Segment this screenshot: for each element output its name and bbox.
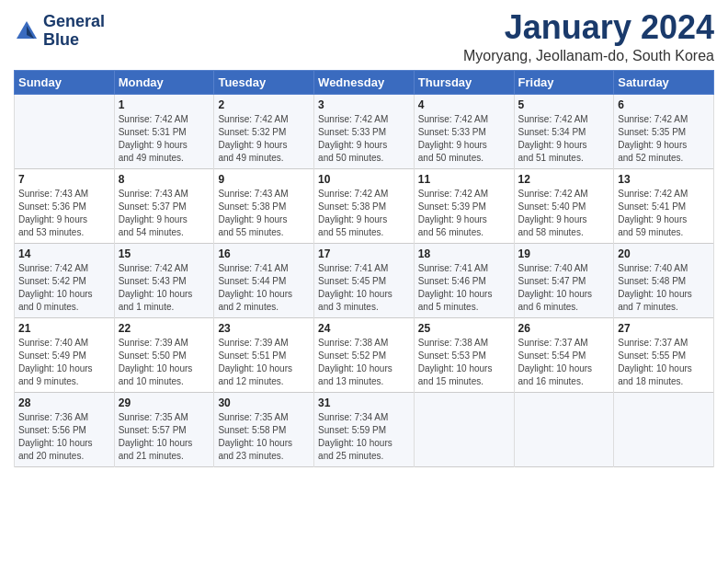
day-info: Sunrise: 7:42 AM Sunset: 5:43 PM Dayligh… [119,262,210,314]
day-number: 16 [218,247,310,260]
calendar-cell: 17Sunrise: 7:41 AM Sunset: 5:45 PM Dayli… [314,243,415,317]
calendar-cell: 26Sunrise: 7:37 AM Sunset: 5:54 PM Dayli… [514,317,614,392]
day-number: 27 [618,322,710,335]
day-info: Sunrise: 7:38 AM Sunset: 5:52 PM Dayligh… [318,337,410,388]
day-number: 10 [318,173,410,186]
logo: General Blue [14,13,105,50]
day-number: 29 [119,396,210,409]
day-info: Sunrise: 7:40 AM Sunset: 5:49 PM Dayligh… [18,337,110,388]
day-number: 1 [119,98,210,111]
calendar-cell: 3Sunrise: 7:42 AM Sunset: 5:33 PM Daylig… [314,94,415,168]
calendar-row: 1Sunrise: 7:42 AM Sunset: 5:31 PM Daylig… [15,94,714,168]
calendar-cell [15,94,115,168]
calendar-cell: 23Sunrise: 7:39 AM Sunset: 5:51 PM Dayli… [214,317,314,392]
calendar-cell: 21Sunrise: 7:40 AM Sunset: 5:49 PM Dayli… [15,317,115,392]
day-info: Sunrise: 7:43 AM Sunset: 5:36 PM Dayligh… [18,188,110,239]
calendar-cell: 10Sunrise: 7:42 AM Sunset: 5:38 PM Dayli… [314,168,415,243]
weekday-header-cell: Wednesday [314,70,415,94]
day-number: 2 [218,98,310,111]
calendar-cell: 6Sunrise: 7:42 AM Sunset: 5:35 PM Daylig… [614,94,714,168]
calendar-cell: 16Sunrise: 7:41 AM Sunset: 5:44 PM Dayli… [214,243,314,317]
day-number: 19 [518,247,610,260]
day-info: Sunrise: 7:42 AM Sunset: 5:33 PM Dayligh… [318,113,410,165]
calendar-row: 28Sunrise: 7:36 AM Sunset: 5:56 PM Dayli… [15,392,714,466]
day-number: 31 [318,396,410,409]
calendar-cell: 25Sunrise: 7:38 AM Sunset: 5:53 PM Dayli… [414,317,514,392]
weekday-header-cell: Sunday [15,70,115,94]
day-info: Sunrise: 7:42 AM Sunset: 5:31 PM Dayligh… [119,113,210,165]
calendar-cell: 31Sunrise: 7:34 AM Sunset: 5:59 PM Dayli… [314,392,415,466]
calendar-row: 7Sunrise: 7:43 AM Sunset: 5:36 PM Daylig… [15,168,714,243]
calendar-cell: 9Sunrise: 7:43 AM Sunset: 5:38 PM Daylig… [214,168,314,243]
day-number: 15 [119,247,210,260]
day-info: Sunrise: 7:37 AM Sunset: 5:54 PM Dayligh… [518,337,610,388]
day-number: 28 [18,396,110,409]
day-number: 21 [18,322,110,335]
day-number: 25 [418,322,510,335]
day-info: Sunrise: 7:43 AM Sunset: 5:37 PM Dayligh… [119,188,210,239]
calendar-cell: 29Sunrise: 7:35 AM Sunset: 5:57 PM Dayli… [114,392,214,466]
calendar-cell: 12Sunrise: 7:42 AM Sunset: 5:40 PM Dayli… [514,168,614,243]
weekday-header-cell: Thursday [414,70,514,94]
day-number: 17 [318,247,410,260]
calendar-cell [514,392,614,466]
day-number: 7 [18,173,110,186]
day-info: Sunrise: 7:42 AM Sunset: 5:38 PM Dayligh… [318,188,410,239]
calendar-row: 21Sunrise: 7:40 AM Sunset: 5:49 PM Dayli… [15,317,714,392]
day-number: 14 [18,247,110,260]
calendar-cell [414,392,514,466]
day-info: Sunrise: 7:34 AM Sunset: 5:59 PM Dayligh… [318,411,410,463]
day-number: 12 [518,173,610,186]
weekday-header-cell: Tuesday [214,70,314,94]
calendar-cell: 24Sunrise: 7:38 AM Sunset: 5:52 PM Dayli… [314,317,415,392]
day-info: Sunrise: 7:42 AM Sunset: 5:39 PM Dayligh… [418,188,510,239]
logo-text: General Blue [43,13,105,50]
day-info: Sunrise: 7:41 AM Sunset: 5:46 PM Dayligh… [418,262,510,314]
calendar-cell [614,392,714,466]
day-number: 13 [618,173,710,186]
day-info: Sunrise: 7:41 AM Sunset: 5:45 PM Dayligh… [318,262,410,314]
day-number: 11 [418,173,510,186]
day-number: 22 [119,322,210,335]
day-info: Sunrise: 7:42 AM Sunset: 5:35 PM Dayligh… [618,113,710,165]
day-number: 9 [218,173,310,186]
calendar-cell: 14Sunrise: 7:42 AM Sunset: 5:42 PM Dayli… [15,243,115,317]
day-number: 26 [518,322,610,335]
calendar-body: 1Sunrise: 7:42 AM Sunset: 5:31 PM Daylig… [15,94,714,466]
calendar-cell: 19Sunrise: 7:40 AM Sunset: 5:47 PM Dayli… [514,243,614,317]
calendar-cell: 4Sunrise: 7:42 AM Sunset: 5:33 PM Daylig… [414,94,514,168]
day-info: Sunrise: 7:42 AM Sunset: 5:42 PM Dayligh… [18,262,110,314]
day-info: Sunrise: 7:35 AM Sunset: 5:57 PM Dayligh… [119,411,210,463]
day-number: 5 [518,98,610,111]
calendar-row: 14Sunrise: 7:42 AM Sunset: 5:42 PM Dayli… [15,243,714,317]
subtitle: Myoryang, Jeollanam-do, South Korea [463,48,714,64]
day-number: 4 [418,98,510,111]
day-info: Sunrise: 7:41 AM Sunset: 5:44 PM Dayligh… [218,262,310,314]
calendar-cell: 1Sunrise: 7:42 AM Sunset: 5:31 PM Daylig… [114,94,214,168]
weekday-header-cell: Friday [514,70,614,94]
calendar-cell: 11Sunrise: 7:42 AM Sunset: 5:39 PM Dayli… [414,168,514,243]
calendar-cell: 2Sunrise: 7:42 AM Sunset: 5:32 PM Daylig… [214,94,314,168]
day-info: Sunrise: 7:38 AM Sunset: 5:53 PM Dayligh… [418,337,510,388]
day-info: Sunrise: 7:37 AM Sunset: 5:55 PM Dayligh… [618,337,710,388]
calendar-cell: 18Sunrise: 7:41 AM Sunset: 5:46 PM Dayli… [414,243,514,317]
day-number: 6 [618,98,710,111]
weekday-header-cell: Monday [114,70,214,94]
day-info: Sunrise: 7:42 AM Sunset: 5:40 PM Dayligh… [518,188,610,239]
calendar-cell: 28Sunrise: 7:36 AM Sunset: 5:56 PM Dayli… [15,392,115,466]
weekday-header-cell: Saturday [614,70,714,94]
day-number: 18 [418,247,510,260]
calendar-cell: 30Sunrise: 7:35 AM Sunset: 5:58 PM Dayli… [214,392,314,466]
day-info: Sunrise: 7:43 AM Sunset: 5:38 PM Dayligh… [218,188,310,239]
day-info: Sunrise: 7:40 AM Sunset: 5:48 PM Dayligh… [618,262,710,314]
day-info: Sunrise: 7:42 AM Sunset: 5:41 PM Dayligh… [618,188,710,239]
calendar-table: SundayMondayTuesdayWednesdayThursdayFrid… [14,70,714,467]
title-block: January 2024 Myoryang, Jeollanam-do, Sou… [463,9,714,64]
calendar-cell: 13Sunrise: 7:42 AM Sunset: 5:41 PM Dayli… [614,168,714,243]
day-info: Sunrise: 7:35 AM Sunset: 5:58 PM Dayligh… [218,411,310,463]
day-number: 8 [119,173,210,186]
day-number: 3 [318,98,410,111]
calendar-cell: 22Sunrise: 7:39 AM Sunset: 5:50 PM Dayli… [114,317,214,392]
weekday-header-row: SundayMondayTuesdayWednesdayThursdayFrid… [15,70,714,94]
main-title: January 2024 [463,9,714,46]
